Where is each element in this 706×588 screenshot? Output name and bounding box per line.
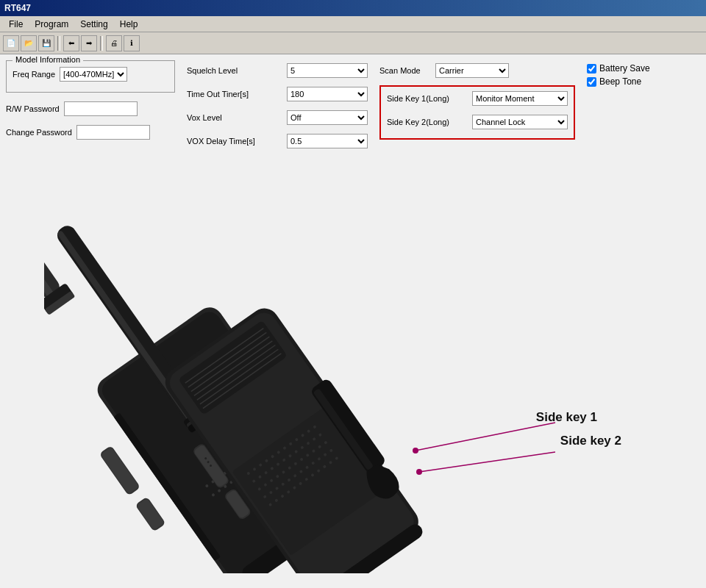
rw-password-row: R/W Password [6, 101, 175, 116]
checkbox-area: Battery Save Beep Tone [587, 60, 650, 87]
vox-level-select[interactable]: Off 12345 6789 [287, 110, 368, 125]
menu-help[interactable]: Help [114, 18, 144, 31]
app-title: RT647 [4, 3, 31, 13]
menu-setting[interactable]: Setting [74, 18, 113, 31]
side-key-box: Side Key 1(Long) Monitor Moment Monitor … [379, 85, 575, 140]
middle-column: Squelch Level 5 01234 6789 Time Out Tine… [187, 60, 368, 153]
rw-password-label: R/W Password [6, 104, 60, 113]
side-key2-annotation: Side key 2 [560, 434, 621, 448]
toolbar-sep2 [100, 36, 103, 51]
beep-tone-checkbox[interactable] [587, 77, 596, 87]
vox-delay-select[interactable]: 0.5 1.01.52.02.53.0 [287, 134, 368, 148]
vox-delay-row: VOX Delay Time[s] 0.5 1.01.52.02.53.0 [187, 134, 368, 148]
model-info-legend: Model Information [13, 55, 83, 64]
scan-mode-row: Scan Mode Carrier Time Seek [379, 63, 575, 78]
timeout-select[interactable]: 180 Off306090120 240300 [287, 87, 368, 101]
toolbar-new[interactable]: 📄 [3, 35, 19, 51]
menu-file[interactable]: File [3, 18, 29, 31]
menu-bar: File Program Setting Help [0, 16, 706, 32]
side-key1-label: Side Key 1(Long) [387, 94, 468, 103]
form-area: Model Information Freq Range [400-470MHz… [6, 60, 700, 153]
beep-tone-row: Beep Tone [587, 76, 650, 87]
right-column: Scan Mode Carrier Time Seek Side Key 1(L… [379, 60, 575, 140]
toolbar-write[interactable]: ➡ [81, 35, 97, 51]
vox-level-label: Vox Level [187, 113, 282, 122]
change-password-input[interactable] [76, 125, 150, 140]
freq-range-select[interactable]: [400-470MHz] [136-174MHz] [60, 67, 127, 82]
vox-delay-label: VOX Delay Time[s] [187, 137, 282, 146]
side-key1-annotation: Side key 1 [536, 410, 597, 425]
freq-range-label: Freq Range [13, 70, 55, 79]
side-key2-label: Side Key 2(Long) [387, 118, 468, 126]
beep-tone-label: Beep Tone [599, 76, 641, 87]
title-bar: RT647 [0, 0, 706, 16]
squelch-select[interactable]: 5 01234 6789 [287, 63, 368, 78]
battery-save-checkbox[interactable] [587, 64, 596, 74]
toolbar-read[interactable]: ⬅ [63, 35, 79, 51]
password-area: R/W Password Change Password [6, 98, 175, 144]
battery-save-row: Battery Save [587, 63, 650, 74]
toolbar-open[interactable]: 📂 [21, 35, 37, 51]
toolbar-save[interactable]: 💾 [38, 35, 54, 51]
rw-password-input[interactable] [64, 101, 138, 116]
battery-save-label: Battery Save [599, 63, 650, 74]
toolbar: 📄 📂 💾 ⬅ ➡ 🖨 ℹ [0, 32, 706, 54]
toolbar-sep1 [57, 36, 60, 51]
scan-mode-label: Scan Mode [379, 66, 431, 75]
main-content: Model Information Freq Range [400-470MHz… [0, 54, 706, 588]
toolbar-info[interactable]: ℹ [124, 35, 140, 51]
change-password-label: Change Password [6, 128, 72, 137]
side-key2-row: Side Key 2(Long) Channel Lock Monitor Of… [387, 115, 568, 129]
radio-image-area: Side key 1 Side key 2 [0, 162, 706, 588]
freq-range-row: Freq Range [400-470MHz] [136-174MHz] [13, 67, 168, 82]
left-column: Model Information Freq Range [400-470MHz… [6, 60, 175, 144]
squelch-row: Squelch Level 5 01234 6789 [187, 63, 368, 78]
scan-mode-select[interactable]: Carrier Time Seek [435, 63, 509, 78]
menu-program[interactable]: Program [29, 18, 74, 31]
timeout-row: Time Out Tiner[s] 180 Off306090120 24030… [187, 87, 368, 101]
side-key2-select[interactable]: Channel Lock Monitor Off Scan Squelch Of… [472, 115, 568, 129]
side-key1-select[interactable]: Monitor Moment Monitor Off Scan Squelch … [472, 91, 568, 106]
squelch-label: Squelch Level [187, 66, 282, 75]
radio-detail-svg [44, 169, 677, 573]
radio-svg-container: Side key 1 Side key 2 [44, 169, 706, 581]
change-password-row: Change Password [6, 125, 175, 140]
timeout-label: Time Out Tiner[s] [187, 90, 282, 98]
model-info-group: Model Information Freq Range [400-470MHz… [6, 60, 175, 93]
toolbar-print[interactable]: 🖨 [106, 35, 122, 51]
side-key1-row: Side Key 1(Long) Monitor Moment Monitor … [387, 91, 568, 106]
vox-level-row: Vox Level Off 12345 6789 [187, 110, 368, 125]
